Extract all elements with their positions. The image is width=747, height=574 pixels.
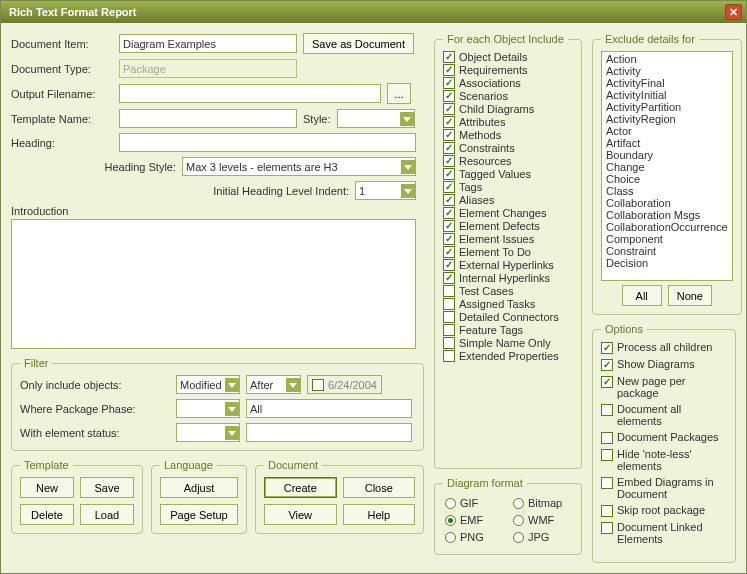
- exclude-item[interactable]: Choice: [604, 173, 730, 185]
- page-setup-button[interactable]: Page Setup: [160, 504, 238, 525]
- exclude-item[interactable]: Activity: [604, 65, 730, 77]
- with-status-select[interactable]: [176, 423, 240, 442]
- checkbox-icon[interactable]: [443, 77, 455, 89]
- option-item[interactable]: Show Diagrams: [601, 358, 727, 371]
- checkbox-icon[interactable]: [443, 246, 455, 258]
- document-item-field[interactable]: [119, 34, 297, 53]
- checkbox-icon[interactable]: [601, 342, 613, 354]
- include-item[interactable]: Simple Name Only: [443, 337, 573, 349]
- radio-icon[interactable]: [445, 498, 456, 509]
- heading-field[interactable]: [119, 133, 416, 152]
- exclude-item[interactable]: Class: [604, 185, 730, 197]
- checkbox-icon[interactable]: [443, 90, 455, 102]
- exclude-item[interactable]: Boundary: [604, 149, 730, 161]
- checkbox-icon[interactable]: [443, 350, 455, 362]
- checkbox-icon[interactable]: [601, 449, 613, 461]
- exclude-item[interactable]: ActivityFinal: [604, 77, 730, 89]
- checkbox-icon[interactable]: [443, 181, 455, 193]
- include-item[interactable]: Element Changes: [443, 207, 573, 219]
- only-include-when-select[interactable]: After: [246, 375, 301, 394]
- checkbox-icon[interactable]: [443, 259, 455, 271]
- include-item[interactable]: Tagged Values: [443, 168, 573, 180]
- exclude-item[interactable]: CollaborationOccurrence: [604, 221, 730, 233]
- checkbox-icon[interactable]: [601, 376, 613, 388]
- exclude-item[interactable]: Actor: [604, 125, 730, 137]
- exclude-item[interactable]: Change: [604, 161, 730, 173]
- checkbox-icon[interactable]: [443, 129, 455, 141]
- include-item[interactable]: Associations: [443, 77, 573, 89]
- checkbox-icon[interactable]: [443, 337, 455, 349]
- checkbox-icon[interactable]: [443, 220, 455, 232]
- where-phase-op-select[interactable]: [176, 399, 240, 418]
- adjust-button[interactable]: Adjust: [160, 477, 238, 498]
- load-button[interactable]: Load: [80, 504, 134, 525]
- only-include-date-field[interactable]: 6/24/2004: [307, 375, 382, 394]
- exclude-item[interactable]: ActivityPartition: [604, 101, 730, 113]
- view-button[interactable]: View: [264, 504, 337, 525]
- output-filename-field[interactable]: [119, 84, 381, 103]
- include-item[interactable]: Element Issues: [443, 233, 573, 245]
- checkbox-icon[interactable]: [443, 233, 455, 245]
- create-button[interactable]: Create: [264, 477, 337, 498]
- include-item[interactable]: Extended Properties: [443, 350, 573, 362]
- option-item[interactable]: Hide 'note-less' elements: [601, 448, 727, 472]
- include-item[interactable]: Element To Do: [443, 246, 573, 258]
- exclude-item[interactable]: Component: [604, 233, 730, 245]
- checkbox-icon[interactable]: [443, 64, 455, 76]
- none-button[interactable]: None: [668, 285, 712, 306]
- checkbox-icon[interactable]: [443, 194, 455, 206]
- diagram-format-option[interactable]: EMF: [445, 514, 503, 526]
- delete-button[interactable]: Delete: [20, 504, 74, 525]
- initial-indent-select[interactable]: 1: [355, 181, 416, 200]
- exclude-item[interactable]: Artifact: [604, 137, 730, 149]
- option-item[interactable]: Process all children: [601, 341, 727, 354]
- close-button[interactable]: Close: [343, 477, 416, 498]
- checkbox-icon[interactable]: [601, 432, 613, 444]
- include-item[interactable]: Tags: [443, 181, 573, 193]
- include-item[interactable]: Test Cases: [443, 285, 573, 297]
- include-item[interactable]: Aliases: [443, 194, 573, 206]
- radio-icon[interactable]: [445, 532, 456, 543]
- checkbox-icon[interactable]: [443, 285, 455, 297]
- radio-icon[interactable]: [445, 515, 456, 526]
- option-item[interactable]: Document all elements: [601, 403, 727, 427]
- include-item[interactable]: Scenarios: [443, 90, 573, 102]
- include-item[interactable]: External Hyperlinks: [443, 259, 573, 271]
- include-item[interactable]: Methods: [443, 129, 573, 141]
- checkbox-icon[interactable]: [443, 116, 455, 128]
- radio-icon[interactable]: [513, 532, 524, 543]
- checkbox-icon[interactable]: [601, 522, 613, 534]
- template-name-field[interactable]: [119, 109, 297, 128]
- include-item[interactable]: Child Diagrams: [443, 103, 573, 115]
- exclude-item[interactable]: Action: [604, 53, 730, 65]
- checkbox-icon[interactable]: [443, 155, 455, 167]
- include-item[interactable]: Attributes: [443, 116, 573, 128]
- exclude-listbox[interactable]: ActionActivityActivityFinalActivityIniti…: [601, 51, 733, 281]
- checkbox-icon[interactable]: [443, 142, 455, 154]
- new-button[interactable]: New: [20, 477, 74, 498]
- help-button[interactable]: Help: [343, 504, 416, 525]
- option-item[interactable]: Document Linked Elements: [601, 521, 727, 545]
- include-item[interactable]: Object Details: [443, 51, 573, 63]
- close-icon[interactable]: ✕: [725, 4, 742, 20]
- include-item[interactable]: Element Defects: [443, 220, 573, 232]
- option-item[interactable]: Skip root package: [601, 504, 727, 517]
- radio-icon[interactable]: [513, 498, 524, 509]
- checkbox-icon[interactable]: [443, 324, 455, 336]
- option-item[interactable]: New page per package: [601, 375, 727, 399]
- include-item[interactable]: Internal Hyperlinks: [443, 272, 573, 284]
- option-item[interactable]: Embed Diagrams in Document: [601, 476, 727, 500]
- style-select[interactable]: [337, 109, 415, 128]
- include-item[interactable]: Feature Tags: [443, 324, 573, 336]
- checkbox-icon[interactable]: [601, 477, 613, 489]
- with-status-field[interactable]: [246, 423, 412, 442]
- exclude-item[interactable]: Collaboration: [604, 197, 730, 209]
- exclude-item[interactable]: ActivityInitial: [604, 89, 730, 101]
- checkbox-icon[interactable]: [443, 168, 455, 180]
- save-button[interactable]: Save: [80, 477, 134, 498]
- checkbox-icon[interactable]: [443, 103, 455, 115]
- all-button[interactable]: All: [622, 285, 662, 306]
- exclude-item[interactable]: ActivityRegion: [604, 113, 730, 125]
- checkbox-icon[interactable]: [443, 51, 455, 63]
- where-phase-value-field[interactable]: [246, 399, 412, 418]
